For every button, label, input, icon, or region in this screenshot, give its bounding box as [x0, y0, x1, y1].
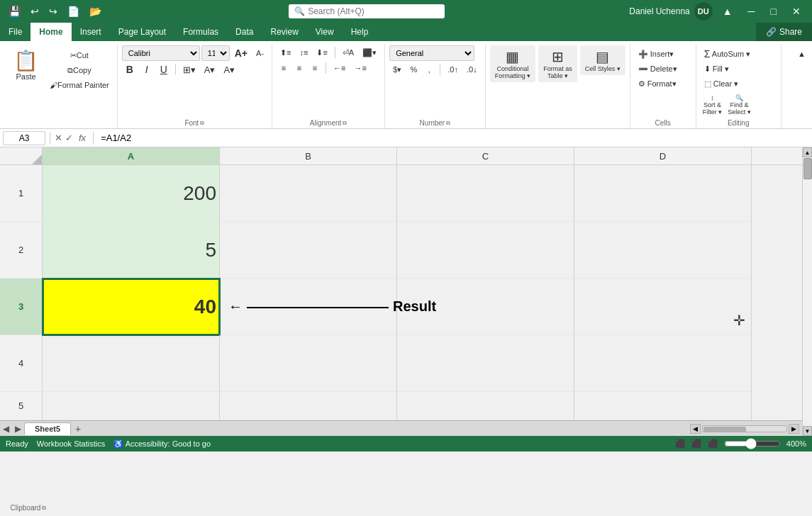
- confirm-formula-button[interactable]: ✓: [65, 133, 73, 143]
- number-expand-icon[interactable]: ⧉: [446, 120, 450, 127]
- col-header-d[interactable]: D: [574, 147, 752, 164]
- tab-home[interactable]: Home: [30, 23, 71, 41]
- cut-button[interactable]: ✂ Cut: [46, 48, 113, 62]
- scroll-thumb[interactable]: [702, 425, 787, 432]
- font-expand-icon[interactable]: ⧉: [200, 120, 204, 127]
- cell-b1[interactable]: [220, 165, 397, 222]
- cell-c2[interactable]: [397, 222, 574, 279]
- cell-a5[interactable]: [43, 392, 220, 420]
- close-button[interactable]: ✕: [786, 3, 806, 20]
- font-shrink-button[interactable]: A-: [252, 46, 267, 60]
- font-size-selector[interactable]: 11: [201, 45, 230, 61]
- autosum-button[interactable]: Σ AutoSum ▾: [701, 47, 772, 61]
- zoom-slider[interactable]: [724, 438, 781, 449]
- tab-help[interactable]: Help: [343, 23, 377, 41]
- scroll-up-button[interactable]: ▲: [803, 147, 812, 157]
- insert-button[interactable]: ➕ Insert ▾: [635, 47, 691, 61]
- open-file-icon[interactable]: 📂: [87, 4, 104, 18]
- fill-color-button[interactable]: A▾: [201, 62, 219, 77]
- undo-icon[interactable]: ↩: [28, 4, 42, 18]
- cell-styles-button[interactable]: ▤ Cell Styles ▾: [580, 45, 625, 75]
- align-top-button[interactable]: ⬆≡: [277, 45, 294, 60]
- scroll-right-button[interactable]: ▶: [789, 424, 799, 434]
- cell-a1[interactable]: 200: [43, 165, 220, 222]
- scroll-down-button[interactable]: ▼: [803, 426, 812, 436]
- cell-d2[interactable]: [574, 222, 752, 279]
- tab-insert[interactable]: Insert: [72, 23, 110, 41]
- paste-button[interactable]: 📋 Paste: [7, 45, 45, 84]
- merge-center-button[interactable]: ⬛▾: [359, 45, 380, 60]
- corner-cell[interactable]: [0, 147, 43, 164]
- redo-icon[interactable]: ↪: [46, 4, 60, 18]
- row-header-3[interactable]: 3: [0, 279, 43, 335]
- tab-view[interactable]: View: [307, 23, 343, 41]
- cell-b2[interactable]: [220, 222, 397, 279]
- conditional-formatting-button[interactable]: ▦ ConditionalFormatting ▾: [490, 45, 536, 82]
- cell-d3[interactable]: ✛: [574, 279, 752, 335]
- row-header-2[interactable]: 2: [0, 222, 43, 279]
- align-middle-button[interactable]: ↕≡: [296, 45, 311, 60]
- maximize-button[interactable]: □: [765, 3, 782, 20]
- cell-a2[interactable]: 5: [43, 222, 220, 279]
- share-button[interactable]: 🔗Share: [756, 23, 812, 41]
- decrease-decimal-button[interactable]: .0↓: [463, 62, 481, 77]
- underline-button[interactable]: U: [156, 62, 172, 77]
- fill-button[interactable]: ⬇ Fill ▾: [701, 62, 772, 76]
- comma-button[interactable]: ,: [422, 62, 436, 77]
- delete-button[interactable]: ➖ Delete ▾: [635, 62, 691, 76]
- align-center-button[interactable]: ≡: [292, 61, 306, 75]
- vertical-scrollbar[interactable]: ▲ ▼: [802, 147, 812, 436]
- cell-c1[interactable]: [397, 165, 574, 222]
- copy-button[interactable]: ⧉ Copy: [46, 63, 113, 77]
- col-header-a[interactable]: A: [43, 147, 220, 164]
- increase-indent-button[interactable]: →≡: [350, 61, 369, 75]
- tab-formulas[interactable]: Formulas: [174, 23, 227, 41]
- cell-d4[interactable]: [574, 335, 752, 392]
- sheet-tab-sheet5[interactable]: Sheet5: [24, 422, 71, 435]
- currency-button[interactable]: $▾: [389, 62, 405, 77]
- col-header-b[interactable]: B: [220, 147, 397, 164]
- tab-data[interactable]: Data: [227, 23, 262, 41]
- cell-c4[interactable]: [397, 335, 574, 392]
- normal-view-button[interactable]: ⬛: [675, 439, 686, 449]
- align-left-button[interactable]: ≡: [277, 61, 291, 75]
- collapse-ribbon-button[interactable]: ▲: [794, 47, 809, 61]
- workbook-stats[interactable]: Workbook Statistics: [37, 439, 105, 448]
- italic-button[interactable]: I: [139, 62, 155, 77]
- number-format-selector[interactable]: General: [389, 45, 474, 61]
- font-grow-button[interactable]: A+: [231, 46, 251, 60]
- bold-button[interactable]: B: [122, 62, 138, 77]
- format-button[interactable]: ⚙ Format ▾: [635, 77, 691, 91]
- cell-reference-box[interactable]: [3, 131, 45, 145]
- sheet-prev-button[interactable]: ◀: [0, 423, 12, 434]
- tab-page-layout[interactable]: Page Layout: [110, 23, 174, 41]
- tab-review[interactable]: Review: [262, 23, 306, 41]
- cell-c3[interactable]: [397, 279, 574, 335]
- horizontal-scrollbar[interactable]: ◀ ▶: [690, 424, 802, 434]
- clipboard-expand-icon[interactable]: ⧉: [42, 505, 46, 512]
- cell-c5[interactable]: [397, 392, 574, 420]
- scroll-left-button[interactable]: ◀: [690, 424, 701, 434]
- cell-b4[interactable]: [220, 335, 397, 392]
- scroll-handle[interactable]: [703, 427, 746, 432]
- font-family-selector[interactable]: Calibri: [122, 45, 200, 61]
- percent-button[interactable]: %: [406, 62, 421, 77]
- page-layout-button[interactable]: ⬛: [691, 439, 702, 449]
- find-select-button[interactable]: 🔍Find &Select ▾: [725, 92, 753, 118]
- col-header-c[interactable]: C: [397, 147, 574, 164]
- cancel-formula-button[interactable]: ✕: [55, 133, 62, 143]
- cell-a4[interactable]: [43, 335, 220, 392]
- scroll-thumb-v[interactable]: [803, 158, 812, 179]
- cell-a3[interactable]: 40: [43, 279, 220, 335]
- decrease-indent-button[interactable]: ←≡: [330, 61, 349, 75]
- save-icon[interactable]: 💾: [6, 4, 23, 18]
- increase-decimal-button[interactable]: .0↑: [444, 62, 462, 77]
- align-right-button[interactable]: ≡: [308, 61, 322, 75]
- sort-filter-button[interactable]: ↕Sort &Filter ▾: [701, 92, 725, 118]
- format-painter-button[interactable]: 🖌 Format Painter: [46, 78, 113, 92]
- ribbon-toggle-button[interactable]: ▲: [717, 3, 738, 20]
- clear-button[interactable]: ⬚ Clear ▾: [701, 77, 772, 91]
- minimize-button[interactable]: ─: [743, 3, 761, 20]
- cell-d1[interactable]: [574, 165, 752, 222]
- scroll-track[interactable]: [803, 157, 812, 426]
